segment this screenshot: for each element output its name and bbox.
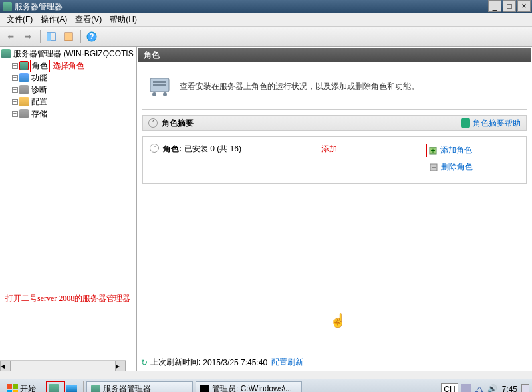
svg-text:?: ? — [89, 32, 94, 41]
status-bar — [0, 371, 532, 379]
svg-text:+: + — [430, 146, 435, 155]
annotation-open-server: 打开二号server 2008的服务器管理器 — [5, 293, 130, 304]
description-text: 查看安装在服务器上角色的运行状况，以及添加或删除角色和功能。 — [180, 81, 419, 92]
quick-launch-server-manager[interactable] — [47, 382, 62, 393]
refresh-timestamp: 2015/3/25 7:45:40 — [203, 358, 267, 367]
collapse-icon[interactable]: ˄ — [148, 118, 158, 128]
close-button[interactable]: × — [517, 0, 531, 12]
refresh-bar: ↻ 上次刷新时间: 2015/3/25 7:45:40 配置刷新 — [137, 355, 532, 369]
roles-summary-bar: ˄ 角色摘要 角色摘要帮助 — [142, 115, 527, 131]
divider — [142, 109, 527, 110]
server-icon — [91, 385, 100, 393]
menu-action[interactable]: 操作(A) — [37, 13, 71, 27]
taskbar-item-server-manager[interactable]: 服务器管理器 — [86, 381, 193, 393]
refresh-config-link[interactable]: 配置刷新 — [271, 357, 303, 368]
svg-rect-2 — [65, 33, 72, 41]
cursor-icon: ☝ — [330, 312, 346, 328]
tray-icon[interactable] — [461, 384, 471, 393]
desktop-icon — [66, 385, 77, 393]
tree-storage[interactable]: + 存储 — [12, 108, 135, 120]
section-title: 角色 — [144, 50, 160, 61]
roles-status: 已安装 0 (共 16) — [184, 144, 241, 155]
content-pane: 角色 查看安装在服务器上角色的运行状况，以及添加或删除角色和功能。 ˄ 角色摘要… — [137, 47, 532, 371]
tree-pane: 服务器管理器 (WIN-BGIZQCOTIS + 角色 选择角色 + 功能 + — [0, 47, 137, 371]
description-box: 查看安装在服务器上角色的运行状况，以及添加或删除角色和功能。 — [142, 69, 527, 104]
show-hide-button[interactable] — [43, 29, 59, 45]
back-button[interactable]: ⬅ — [3, 29, 19, 45]
show-desktop-button[interactable] — [521, 384, 529, 393]
expand-icon[interactable]: + — [12, 75, 18, 81]
roles-actions: + 添加角色 − 删除角色 — [426, 144, 519, 177]
roles-content: ˄ 角色: 已安装 0 (共 16) 添加 + 添加角色 − 删除角色 — [142, 136, 527, 184]
svg-text:−: − — [431, 163, 436, 172]
clock[interactable]: 7:45 — [502, 385, 517, 393]
tree-scrollbar-horizontal[interactable]: ◂ ▸ — [0, 360, 126, 371]
collapse-icon[interactable]: ˄ — [150, 144, 159, 153]
annotation-select-role: 选择角色 — [53, 60, 84, 72]
minimize-button[interactable]: _ — [488, 0, 501, 12]
menu-help[interactable]: 帮助(H) — [106, 13, 141, 27]
scroll-right-arrow[interactable]: ▸ — [115, 361, 126, 371]
window-titlebar: 服务器管理器 — [0, 0, 532, 13]
tray-network-icon[interactable] — [474, 384, 485, 393]
menu-file[interactable]: 文件(F) — [3, 13, 37, 27]
add-role-link[interactable]: + 添加角色 — [426, 144, 519, 157]
start-button[interactable]: 开始 — [3, 382, 40, 393]
remove-role-link[interactable]: − 删除角色 — [426, 160, 519, 174]
svg-rect-16 — [7, 390, 12, 393]
svg-rect-14 — [7, 384, 12, 389]
windows-logo-icon — [7, 383, 19, 393]
summary-help-label: 角色摘要帮助 — [473, 118, 521, 129]
refresh-icon: ↻ — [141, 358, 148, 367]
expand-icon[interactable]: + — [12, 111, 18, 117]
tree-diagnostics[interactable]: + 诊断 — [12, 84, 135, 96]
roles-large-icon — [148, 74, 172, 98]
svg-rect-17 — [13, 390, 18, 393]
tree-config-label: 配置 — [30, 96, 49, 108]
quick-launch-desktop[interactable] — [65, 382, 79, 393]
server-icon — [49, 384, 59, 393]
taskbar-item-cmd[interactable]: 管理员: C:\Windows\... — [196, 381, 302, 393]
start-label: 开始 — [20, 383, 36, 392]
forward-button[interactable]: ➡ — [20, 29, 36, 45]
toolbar-separator — [80, 30, 81, 43]
window-controls: _ □ × — [487, 0, 531, 12]
expand-icon[interactable]: + — [12, 87, 18, 93]
config-icon — [19, 97, 29, 106]
maximize-button[interactable]: □ — [503, 0, 516, 12]
properties-button[interactable] — [61, 29, 76, 45]
tree-diagnostics-label: 诊断 — [30, 84, 49, 96]
storage-icon — [19, 109, 29, 118]
features-icon — [19, 73, 29, 82]
summary-title: 角色摘要 — [162, 118, 194, 129]
language-indicator[interactable]: CH — [441, 383, 458, 393]
expand-icon[interactable]: + — [12, 63, 18, 69]
server-icon — [1, 49, 11, 58]
tree-roles[interactable]: + 角色 选择角色 — [12, 60, 135, 72]
roles-icon — [19, 61, 29, 70]
roles-label: 角色: — [163, 144, 182, 155]
tree-features[interactable]: + 功能 — [12, 72, 135, 84]
task-label: 服务器管理器 — [103, 383, 151, 392]
svg-point-9 — [163, 92, 167, 96]
svg-rect-7 — [153, 84, 166, 86]
toolbar-separator — [40, 30, 41, 43]
window-title: 服务器管理器 — [15, 1, 63, 13]
cmd-icon — [200, 385, 209, 393]
taskbar: 开始 服务器管理器 管理员: C:\Windows\... CH 🔊 7:45 — [0, 379, 532, 392]
system-tray: CH 🔊 7:45 — [435, 381, 529, 393]
app-icon — [3, 2, 12, 11]
panel-icon — [46, 31, 57, 42]
help-button[interactable]: ? — [84, 29, 100, 45]
quick-launch-highlighted — [46, 381, 65, 393]
summary-help-link[interactable]: 角色摘要帮助 — [461, 118, 521, 129]
tree-root[interactable]: 服务器管理器 (WIN-BGIZQCOTIS — [1, 48, 135, 60]
tree-config[interactable]: + 配置 — [12, 96, 135, 108]
expand-icon[interactable]: + — [12, 99, 18, 105]
tree-roles-label: 角色 — [30, 60, 50, 72]
menu-view[interactable]: 查看(V) — [71, 13, 106, 27]
tray-volume-icon[interactable]: 🔊 — [487, 384, 498, 393]
refresh-label: 上次刷新时间: — [150, 357, 200, 368]
add-icon: + — [428, 146, 438, 155]
scroll-left-arrow[interactable]: ◂ — [0, 361, 11, 371]
